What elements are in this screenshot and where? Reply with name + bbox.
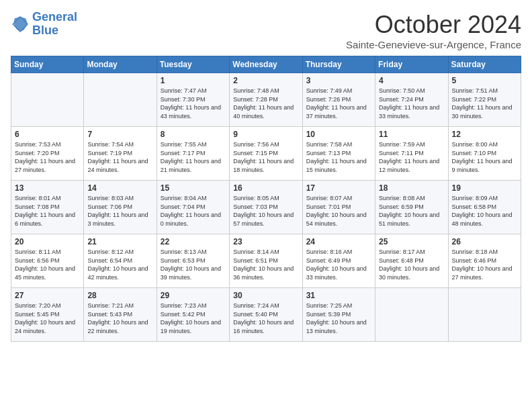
cell-info: Sunrise: 7:59 AM Sunset: 7:11 PM Dayligh…	[379, 140, 444, 174]
calendar-cell	[375, 288, 448, 342]
month-title: October 2024	[346, 11, 521, 39]
cell-info: Sunrise: 8:08 AM Sunset: 6:59 PM Dayligh…	[379, 194, 444, 228]
calendar-week-row: 6Sunrise: 7:53 AM Sunset: 7:20 PM Daylig…	[11, 127, 521, 181]
day-number: 1	[161, 76, 226, 85]
day-number: 29	[161, 291, 226, 300]
cell-info: Sunrise: 7:21 AM Sunset: 5:43 PM Dayligh…	[87, 302, 152, 335]
calendar-cell: 5Sunrise: 7:51 AM Sunset: 7:22 PM Daylig…	[448, 73, 521, 127]
calendar-week-row: 1Sunrise: 7:47 AM Sunset: 7:30 PM Daylig…	[11, 73, 521, 127]
calendar-header-row: SundayMondayTuesdayWednesdayThursdayFrid…	[11, 56, 521, 73]
day-number: 22	[161, 237, 226, 246]
calendar-week-row: 20Sunrise: 8:11 AM Sunset: 6:56 PM Dayli…	[11, 234, 521, 288]
calendar-cell	[84, 73, 157, 127]
day-number: 25	[379, 237, 444, 246]
day-number: 12	[452, 130, 517, 139]
day-number: 15	[161, 183, 226, 193]
cell-info: Sunrise: 7:56 AM Sunset: 7:15 PM Dayligh…	[233, 140, 298, 174]
cell-info: Sunrise: 8:18 AM Sunset: 6:46 PM Dayligh…	[452, 248, 517, 281]
calendar-cell: 24Sunrise: 8:16 AM Sunset: 6:49 PM Dayli…	[302, 234, 375, 288]
day-number: 19	[452, 183, 517, 193]
cell-info: Sunrise: 8:13 AM Sunset: 6:53 PM Dayligh…	[161, 248, 226, 281]
calendar-cell: 8Sunrise: 7:55 AM Sunset: 7:17 PM Daylig…	[157, 127, 229, 181]
header-day-friday: Friday	[375, 56, 448, 73]
calendar-cell: 13Sunrise: 8:01 AM Sunset: 7:08 PM Dayli…	[11, 181, 84, 234]
header-day-monday: Monday	[84, 56, 157, 73]
calendar-cell: 11Sunrise: 7:59 AM Sunset: 7:11 PM Dayli…	[375, 127, 448, 181]
header-day-saturday: Saturday	[448, 56, 521, 73]
calendar-cell: 15Sunrise: 8:04 AM Sunset: 7:04 PM Dayli…	[157, 181, 229, 234]
cell-info: Sunrise: 7:20 AM Sunset: 5:45 PM Dayligh…	[15, 302, 80, 335]
day-number: 13	[15, 183, 80, 193]
day-number: 20	[15, 237, 80, 246]
calendar-cell: 10Sunrise: 7:58 AM Sunset: 7:13 PM Dayli…	[302, 127, 375, 181]
cell-info: Sunrise: 7:55 AM Sunset: 7:17 PM Dayligh…	[161, 140, 226, 174]
calendar-cell: 17Sunrise: 8:07 AM Sunset: 7:01 PM Dayli…	[302, 181, 375, 234]
header-day-wednesday: Wednesday	[230, 56, 302, 73]
calendar-cell: 29Sunrise: 7:23 AM Sunset: 5:42 PM Dayli…	[157, 288, 229, 342]
calendar-cell: 31Sunrise: 7:25 AM Sunset: 5:39 PM Dayli…	[302, 288, 375, 342]
cell-info: Sunrise: 8:17 AM Sunset: 6:48 PM Dayligh…	[379, 248, 444, 281]
calendar-cell: 7Sunrise: 7:54 AM Sunset: 7:19 PM Daylig…	[84, 127, 157, 181]
page-header: General Blue October 2024 Sainte-Genevie…	[11, 11, 521, 50]
cell-info: Sunrise: 7:54 AM Sunset: 7:19 PM Dayligh…	[87, 140, 152, 174]
cell-info: Sunrise: 8:07 AM Sunset: 7:01 PM Dayligh…	[306, 194, 371, 228]
day-number: 3	[306, 76, 371, 85]
day-number: 4	[379, 76, 444, 85]
day-number: 2	[233, 76, 298, 85]
day-number: 14	[87, 183, 152, 193]
cell-info: Sunrise: 8:14 AM Sunset: 6:51 PM Dayligh…	[233, 248, 298, 281]
cell-info: Sunrise: 7:24 AM Sunset: 5:40 PM Dayligh…	[233, 302, 298, 335]
calendar-cell: 25Sunrise: 8:17 AM Sunset: 6:48 PM Dayli…	[375, 234, 448, 288]
day-number: 30	[233, 291, 298, 300]
calendar-cell: 9Sunrise: 7:56 AM Sunset: 7:15 PM Daylig…	[230, 127, 302, 181]
cell-info: Sunrise: 7:23 AM Sunset: 5:42 PM Dayligh…	[161, 302, 226, 335]
title-block: October 2024 Sainte-Genevieve-sur-Argenc…	[346, 11, 521, 50]
calendar-cell: 2Sunrise: 7:48 AM Sunset: 7:28 PM Daylig…	[230, 73, 302, 127]
cell-info: Sunrise: 7:51 AM Sunset: 7:22 PM Dayligh…	[452, 87, 517, 120]
day-number: 16	[233, 183, 298, 193]
cell-info: Sunrise: 7:53 AM Sunset: 7:20 PM Dayligh…	[15, 140, 80, 174]
cell-info: Sunrise: 7:25 AM Sunset: 5:39 PM Dayligh…	[306, 302, 371, 335]
calendar-cell: 20Sunrise: 8:11 AM Sunset: 6:56 PM Dayli…	[11, 234, 84, 288]
logo-text: General Blue	[32, 11, 77, 38]
cell-info: Sunrise: 7:48 AM Sunset: 7:28 PM Dayligh…	[233, 87, 298, 120]
calendar-cell	[11, 73, 84, 127]
calendar-cell	[448, 288, 521, 342]
cell-info: Sunrise: 8:09 AM Sunset: 6:58 PM Dayligh…	[452, 194, 517, 228]
day-number: 7	[87, 130, 152, 139]
calendar-cell: 1Sunrise: 7:47 AM Sunset: 7:30 PM Daylig…	[157, 73, 229, 127]
calendar-cell: 18Sunrise: 8:08 AM Sunset: 6:59 PM Dayli…	[375, 181, 448, 234]
day-number: 17	[306, 183, 371, 193]
calendar-week-row: 13Sunrise: 8:01 AM Sunset: 7:08 PM Dayli…	[11, 181, 521, 234]
cell-info: Sunrise: 8:11 AM Sunset: 6:56 PM Dayligh…	[15, 248, 80, 281]
cell-info: Sunrise: 7:50 AM Sunset: 7:24 PM Dayligh…	[379, 87, 444, 120]
day-number: 9	[233, 130, 298, 139]
cell-info: Sunrise: 7:58 AM Sunset: 7:13 PM Dayligh…	[306, 140, 371, 174]
cell-info: Sunrise: 8:04 AM Sunset: 7:04 PM Dayligh…	[161, 194, 226, 228]
day-number: 18	[379, 183, 444, 193]
day-number: 11	[379, 130, 444, 139]
logo: General Blue	[11, 11, 77, 38]
calendar-cell: 28Sunrise: 7:21 AM Sunset: 5:43 PM Dayli…	[84, 288, 157, 342]
cell-info: Sunrise: 8:05 AM Sunset: 7:03 PM Dayligh…	[233, 194, 298, 228]
calendar-table: SundayMondayTuesdayWednesdayThursdayFrid…	[11, 56, 521, 342]
day-number: 6	[15, 130, 80, 139]
calendar-cell: 16Sunrise: 8:05 AM Sunset: 7:03 PM Dayli…	[230, 181, 302, 234]
logo-icon	[11, 15, 30, 34]
header-day-thursday: Thursday	[302, 56, 375, 73]
cell-info: Sunrise: 8:16 AM Sunset: 6:49 PM Dayligh…	[306, 248, 371, 281]
calendar-cell: 12Sunrise: 8:00 AM Sunset: 7:10 PM Dayli…	[448, 127, 521, 181]
calendar-cell: 21Sunrise: 8:12 AM Sunset: 6:54 PM Dayli…	[84, 234, 157, 288]
cell-info: Sunrise: 8:12 AM Sunset: 6:54 PM Dayligh…	[87, 248, 152, 281]
calendar-cell: 27Sunrise: 7:20 AM Sunset: 5:45 PM Dayli…	[11, 288, 84, 342]
day-number: 28	[87, 291, 152, 300]
calendar-cell: 4Sunrise: 7:50 AM Sunset: 7:24 PM Daylig…	[375, 73, 448, 127]
location-title: Sainte-Genevieve-sur-Argence, France	[346, 39, 521, 50]
calendar-cell: 30Sunrise: 7:24 AM Sunset: 5:40 PM Dayli…	[230, 288, 302, 342]
calendar-cell: 22Sunrise: 8:13 AM Sunset: 6:53 PM Dayli…	[157, 234, 229, 288]
header-day-sunday: Sunday	[11, 56, 84, 73]
calendar-cell: 6Sunrise: 7:53 AM Sunset: 7:20 PM Daylig…	[11, 127, 84, 181]
day-number: 8	[161, 130, 226, 139]
day-number: 21	[87, 237, 152, 246]
day-number: 26	[452, 237, 517, 246]
